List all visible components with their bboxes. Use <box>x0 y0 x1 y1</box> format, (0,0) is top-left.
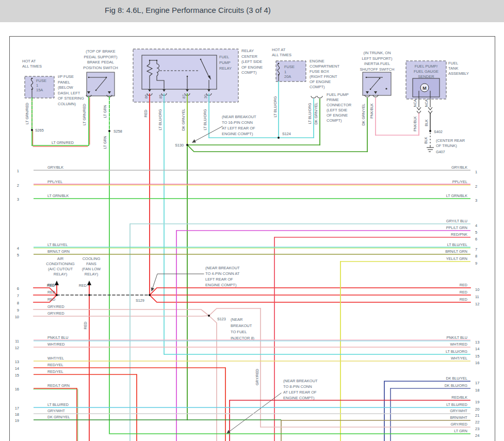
fuel-tank-label: FUELTANKASSEMBLY <box>448 61 469 76</box>
wire-row-label: LT GRN <box>454 429 467 433</box>
wire-row-label: LT GRN/BLK <box>446 193 467 198</box>
wire-row-label: BRN/WHT <box>450 415 467 420</box>
wire-row-number: 4 <box>17 246 19 251</box>
relay-pin-86: 86 <box>144 94 148 99</box>
wire-label: NCA <box>413 99 417 107</box>
wire-label: LT BLU/ORG <box>273 96 277 118</box>
wire-label: LT BLU/ORG <box>203 109 207 130</box>
wire-row-label: LT BLU/YEL <box>47 242 68 247</box>
note-8pin: (NEAR BREAKOUTTO 8-PIN CONNAT LEFT REAR … <box>283 379 318 400</box>
wire-row-number: 21 <box>475 413 479 418</box>
wire-label: LT GRN/RED <box>25 103 29 124</box>
wire-row-label: LT BLU/YEL <box>447 242 467 247</box>
wiring-diagram: HOT ATALL TIMES FUSE115A I/P FUSEPANEL(B… <box>0 0 504 441</box>
wire-row-number: 22 <box>475 420 479 424</box>
wire-row-label: RED/YEL <box>47 363 63 367</box>
wire-row-number: 23 <box>475 427 479 431</box>
splice-s258: S258 <box>113 129 122 134</box>
wire-row-label: BRN/LT GRN <box>445 249 467 254</box>
wire-row-number: 7 <box>475 247 477 252</box>
ec-fuse-desc: ENGINECOMPARTMENTFUSE BOX(RIGHT FRONTOF … <box>310 59 339 89</box>
wire-row-label: DK GRN/YEL <box>47 415 70 419</box>
relay-center-desc: RELAYCENTER(LEFT SIDEOF ENGINECOMPT) <box>241 48 263 75</box>
wire-row-label: LT BLU/RED <box>47 402 69 407</box>
wire-row-number: 3 <box>17 197 19 202</box>
wire-row-label: GRY/BLK <box>451 165 467 170</box>
wire-label: BLK <box>424 137 428 144</box>
wire-row-label: LT GRN/BLK <box>47 193 69 198</box>
wire-row-label: DK BLU/ORG <box>445 383 468 388</box>
wire-label: RED <box>84 322 87 330</box>
relay-pin-85: 85 <box>159 94 162 99</box>
wire-row-number: 1 <box>475 170 477 174</box>
wire-row-label: RED/PNK <box>451 232 467 237</box>
wire-label: RED <box>144 110 148 118</box>
wire-row-label: RED <box>47 297 55 302</box>
wire-row-label: PPL/LT GRN <box>446 225 467 230</box>
wire-row-label: PPL/YEL <box>452 179 467 184</box>
wire-label: GRY/RED <box>255 369 259 385</box>
wire-row-label: GRY/WHT <box>47 409 65 413</box>
wire-row-label: PNK/LT BLU <box>447 335 467 340</box>
splice-s265: S265 <box>35 128 44 133</box>
splice-s129: S129 <box>136 298 144 303</box>
note-trunk: (CENTER REAROF TRUNK) <box>436 138 465 148</box>
wire-row-label: YEL/LT GRN <box>446 256 467 261</box>
wire-row-label: PNK/LT BLU <box>47 335 68 340</box>
wire-row-label: RED/YEL <box>47 369 63 374</box>
wire-label: DK GRN/YEL <box>314 103 318 125</box>
wire-row-number: 20 <box>475 407 479 412</box>
wire-row-label: WHT/YEL <box>47 356 64 361</box>
wire-row-number: 12 <box>15 346 19 350</box>
wire-row-label: PPL/YEL <box>47 179 62 184</box>
wire-row-number: 19 <box>15 418 19 423</box>
wire-row-label: GRY/RED <box>47 311 64 316</box>
brake-switch-box <box>87 72 115 96</box>
wire-row-number: 3 <box>475 198 477 203</box>
note-16pin: (NEAR BREAKOUTTO 16-PIN CONNAT LEFT REAR… <box>222 115 256 136</box>
wire-row-number: 8 <box>475 254 477 258</box>
wire-label-lt-grn-red-h: LT GRN/RED <box>52 140 74 145</box>
wire-row-number: 17 <box>475 381 479 385</box>
wire-row-number: 4 <box>475 223 477 228</box>
hot-at-all-times-right: HOT ATALL TIMES <box>272 47 291 57</box>
wire-row-number: 10 <box>475 287 479 292</box>
wire-row-number: 13 <box>475 340 479 345</box>
wire-row-number: 12 <box>475 302 479 306</box>
wire-row-label: LT BLU/ORG <box>446 349 467 354</box>
ac-relay-desc: AIRCONDITIONING(A/C CUTOUTRELAY) <box>46 256 75 276</box>
wire-row-label: RED/BLK <box>451 395 467 400</box>
wire-row-number: 15 <box>15 373 19 378</box>
left-circuit-rows: GRY/BLK1PPL/YEL2LT GRN/BLK3LT BLU/YEL4BR… <box>15 165 470 423</box>
wire-label: LT BLU/ORG <box>308 103 312 124</box>
wire-row-label: GRY/RED <box>450 422 467 427</box>
prime-conn-desc: FUEL PUMPPRIMECONNECTOR(LEFT SDIEOF ENGI… <box>327 92 352 123</box>
wire-row-number: 16 <box>475 361 479 365</box>
wire-row-label: LT BLU/RED <box>446 402 467 407</box>
wire-row-label: RED <box>460 283 467 287</box>
wire-row-number: 24 <box>475 433 479 438</box>
wire-row-label: RED <box>47 290 55 295</box>
wire-label: LT GRN/RED <box>83 104 86 125</box>
note-4pin: (NEAR BREAKOUTTO 4-PIN CONN ATLEFT REAR … <box>205 266 240 287</box>
wire-row-label: RED <box>460 290 467 295</box>
splice-s130: S130 <box>175 143 184 148</box>
wire-label: PNK/BLK <box>413 116 417 132</box>
wire-row-label: WHT/YEL <box>451 356 467 361</box>
wire-row-label: GRY/LT BLU <box>446 219 467 223</box>
wire-row-number: 2 <box>475 184 477 189</box>
wire-row-number: 5 <box>475 230 477 235</box>
motor-label: M <box>422 86 427 91</box>
wire-row-label: RED <box>460 297 467 302</box>
wire-label-red-fans: RED <box>79 283 87 288</box>
wire-row-label: WHT/RED <box>47 342 65 347</box>
wire-row-number: 18 <box>475 388 479 393</box>
wire-row-number: 18 <box>15 412 19 417</box>
wire-row-number: 9 <box>475 261 477 266</box>
wire-row-label: GRY/BLK <box>47 165 63 170</box>
hot-at-all-times-left: HOT ATALL TIMES <box>22 59 42 69</box>
splice-s124: S124 <box>282 132 291 136</box>
wire-row-label: DK BLU/YEL <box>446 376 467 381</box>
wire-row-number: 14 <box>475 347 479 351</box>
splice-s402: S402 <box>434 129 443 134</box>
